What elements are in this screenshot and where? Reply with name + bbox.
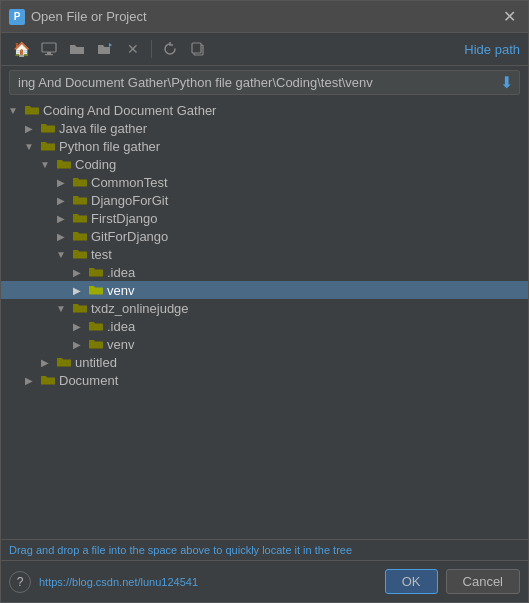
expand-arrow — [37, 156, 53, 172]
folder-icon — [72, 174, 88, 190]
expand-arrow — [53, 228, 69, 244]
tree-item-label: test — [91, 247, 112, 262]
tree-item-label: venv — [107, 283, 134, 298]
refresh-button[interactable] — [158, 37, 182, 61]
expand-arrow — [21, 372, 37, 388]
tree-item-label: Coding And Document Gather — [43, 103, 216, 118]
status-bar: Drag and drop a file into the space abov… — [1, 539, 528, 560]
ok-button[interactable]: OK — [385, 569, 438, 594]
tree-item-venv[interactable]: venv — [1, 281, 528, 299]
tree-item-first-django[interactable]: FirstDjango — [1, 209, 528, 227]
tree-item-document[interactable]: Document — [1, 371, 528, 389]
svg-rect-1 — [47, 52, 51, 54]
path-confirm-button[interactable]: ⬇ — [494, 71, 519, 94]
tree-item-idea[interactable]: .idea — [1, 263, 528, 281]
tree-item-coding-doc-gather[interactable]: Coding And Document Gather — [1, 101, 528, 119]
tree-item-label: venv — [107, 337, 134, 352]
expand-arrow — [69, 282, 85, 298]
footer-url: https://blog.csdn.net/lunu124541 — [39, 576, 377, 588]
folder-icon — [72, 300, 88, 316]
tree-item-coding[interactable]: Coding — [1, 155, 528, 173]
tree-item-untitled[interactable]: untitled — [1, 353, 528, 371]
copy-path-button[interactable] — [186, 37, 210, 61]
tree-item-label: untitled — [75, 355, 117, 370]
recent-folder-button[interactable] — [93, 37, 117, 61]
folder-icon — [72, 246, 88, 262]
file-tree: Coding And Document Gather Java file gat… — [1, 99, 528, 539]
home-button[interactable]: 🏠 — [9, 37, 33, 61]
footer: ? https://blog.csdn.net/lunu124541 OK Ca… — [1, 560, 528, 602]
tree-item-java-file-gather[interactable]: Java file gather — [1, 119, 528, 137]
hide-path-button[interactable]: Hide path — [464, 42, 520, 57]
expand-arrow — [21, 120, 37, 136]
expand-arrow — [53, 174, 69, 190]
tree-item-label: Java file gather — [59, 121, 147, 136]
folder-icon — [40, 138, 56, 154]
svg-rect-2 — [45, 54, 53, 55]
title-bar: P Open File or Project ✕ — [1, 1, 528, 33]
tree-item-label: .idea — [107, 265, 135, 280]
folder-icon — [56, 354, 72, 370]
expand-arrow — [69, 264, 85, 280]
tree-item-git-for-django[interactable]: GitForDjango — [1, 227, 528, 245]
hint-text: Drag and drop a file into the space abov… — [9, 544, 352, 556]
folder-icon — [88, 282, 104, 298]
expand-arrow — [53, 192, 69, 208]
tree-item-test[interactable]: test — [1, 245, 528, 263]
folder-icon — [88, 264, 104, 280]
toolbar-separator — [151, 40, 152, 58]
expand-arrow — [53, 210, 69, 226]
folder-button[interactable] — [65, 37, 89, 61]
tree-item-txdz-idea[interactable]: .idea — [1, 317, 528, 335]
tree-item-label: Python file gather — [59, 139, 160, 154]
close-button[interactable]: ✕ — [499, 7, 520, 26]
dialog-title: Open File or Project — [31, 9, 499, 24]
folder-icon — [88, 336, 104, 352]
tree-item-django-for-git[interactable]: DjangoForGit — [1, 191, 528, 209]
app-icon: P — [9, 9, 25, 25]
expand-arrow — [69, 336, 85, 352]
tree-item-label: Document — [59, 373, 118, 388]
path-input[interactable] — [10, 71, 494, 94]
folder-icon — [24, 102, 40, 118]
tree-item-label: CommonTest — [91, 175, 168, 190]
tree-item-label: GitForDjango — [91, 229, 168, 244]
help-button[interactable]: ? — [9, 571, 31, 593]
folder-icon — [40, 372, 56, 388]
tree-item-common-test[interactable]: CommonTest — [1, 173, 528, 191]
path-bar: ⬇ — [9, 70, 520, 95]
delete-button[interactable]: ✕ — [121, 37, 145, 61]
tree-item-label: txdz_onlinejudge — [91, 301, 189, 316]
folder-icon — [56, 156, 72, 172]
expand-arrow — [69, 318, 85, 334]
svg-rect-4 — [192, 43, 201, 53]
expand-arrow — [53, 246, 69, 262]
folder-icon — [72, 228, 88, 244]
toolbar: 🏠 ✕ Hide path — [1, 33, 528, 66]
tree-item-txdz-venv[interactable]: venv — [1, 335, 528, 353]
expand-arrow — [5, 102, 21, 118]
folder-icon — [72, 192, 88, 208]
svg-rect-0 — [42, 43, 56, 52]
expand-arrow — [21, 138, 37, 154]
tree-item-label: DjangoForGit — [91, 193, 168, 208]
folder-icon — [88, 318, 104, 334]
desktop-button[interactable] — [37, 37, 61, 61]
open-file-dialog: P Open File or Project ✕ 🏠 ✕ Hide path ⬇ — [0, 0, 529, 603]
cancel-button[interactable]: Cancel — [446, 569, 520, 594]
folder-icon — [40, 120, 56, 136]
expand-arrow — [37, 354, 53, 370]
tree-item-label: .idea — [107, 319, 135, 334]
tree-item-label: FirstDjango — [91, 211, 157, 226]
tree-item-txdz-onlinejudge[interactable]: txdz_onlinejudge — [1, 299, 528, 317]
folder-icon — [72, 210, 88, 226]
expand-arrow — [53, 300, 69, 316]
tree-item-python-file-gather[interactable]: Python file gather — [1, 137, 528, 155]
tree-item-label: Coding — [75, 157, 116, 172]
